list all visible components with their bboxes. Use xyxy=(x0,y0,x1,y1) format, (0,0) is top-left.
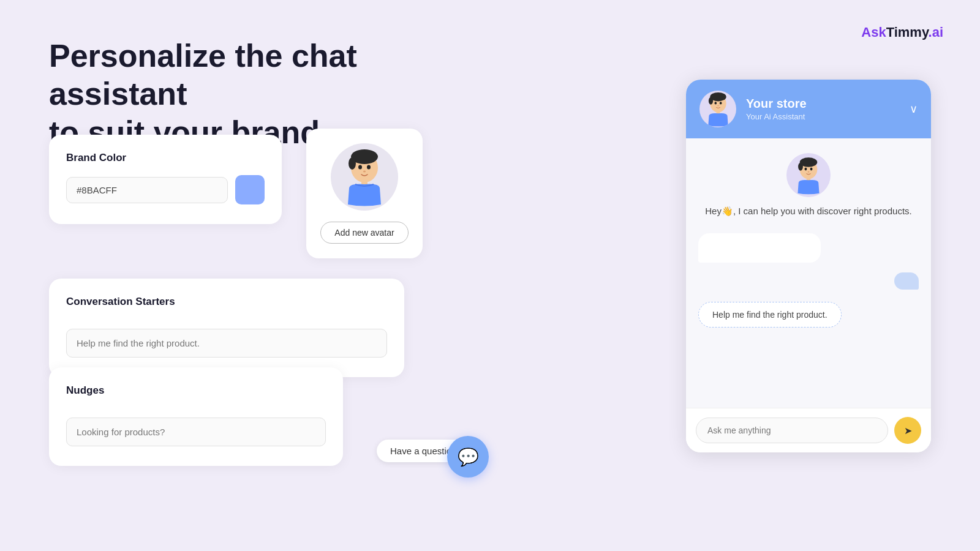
chat-header-avatar xyxy=(699,91,736,127)
bot-avatar-large xyxy=(786,153,831,197)
svg-point-10 xyxy=(714,102,717,104)
svg-point-3 xyxy=(358,165,362,170)
svg-point-2 xyxy=(349,157,356,170)
chat-bubble-button[interactable]: 💬 xyxy=(447,436,489,478)
add-avatar-button[interactable]: Add new avatar xyxy=(320,222,408,244)
chat-text-input[interactable] xyxy=(696,418,888,443)
conv-starters-label: Conversation Starters xyxy=(66,296,387,308)
logo-timmy: Timmy xyxy=(886,24,929,40)
svg-point-5 xyxy=(363,171,366,173)
avatar-svg xyxy=(337,146,392,208)
avatar-card: Add new avatar xyxy=(306,129,423,258)
svg-point-9 xyxy=(708,97,712,105)
color-input-row xyxy=(66,175,265,204)
heading-line1: Personalize the chat assistant xyxy=(49,37,429,113)
chat-store-name: Your store xyxy=(746,97,900,111)
empty-bot-bubble xyxy=(698,233,821,263)
logo-ai: .ai xyxy=(929,24,943,40)
bot-large-avatar-svg xyxy=(790,156,827,195)
user-message-bubble xyxy=(894,272,919,290)
nudges-label: Nudges xyxy=(66,384,326,397)
color-text-input[interactable] xyxy=(66,177,228,203)
chat-header-info: Your store Your Ai Assistant xyxy=(746,97,900,121)
chat-input-area: ➤ xyxy=(686,408,931,452)
chat-header: Your store Your Ai Assistant ∨ xyxy=(686,80,931,138)
brand-color-card: Brand Color xyxy=(49,135,282,224)
chat-avatar-svg xyxy=(701,91,735,127)
chevron-down-icon[interactable]: ∨ xyxy=(910,102,918,116)
send-icon: ➤ xyxy=(904,425,912,437)
logo-ask: Ask xyxy=(861,24,886,40)
svg-point-18 xyxy=(810,167,813,170)
chat-widget: Your store Your Ai Assistant ∨ xyxy=(686,80,931,452)
brand-color-label: Brand Color xyxy=(66,152,265,164)
nudges-card: Nudges xyxy=(49,367,343,466)
conv-starters-input[interactable] xyxy=(66,329,387,358)
svg-point-17 xyxy=(805,167,807,170)
svg-point-12 xyxy=(717,105,718,107)
chat-body: Hey👋, I can help you with discover right… xyxy=(686,138,931,408)
svg-point-16 xyxy=(798,162,803,170)
nudges-input[interactable] xyxy=(66,418,326,446)
svg-point-11 xyxy=(719,102,722,104)
color-swatch[interactable] xyxy=(235,175,265,204)
avatar-image-circle xyxy=(331,143,398,211)
bot-welcome-text: Hey👋, I can help you with discover right… xyxy=(705,204,912,219)
conversation-starters-card: Conversation Starters xyxy=(49,279,404,377)
svg-point-19 xyxy=(808,171,810,172)
logo: AskTimmy.ai xyxy=(861,24,943,40)
chat-bubble-icon: 💬 xyxy=(458,447,479,467)
svg-point-4 xyxy=(367,165,371,170)
send-button[interactable]: ➤ xyxy=(894,417,921,444)
chat-subtitle: Your Ai Assistant xyxy=(746,112,900,121)
suggestion-chip[interactable]: Help me find the right product. xyxy=(698,302,842,328)
bot-welcome: Hey👋, I can help you with discover right… xyxy=(698,153,919,219)
